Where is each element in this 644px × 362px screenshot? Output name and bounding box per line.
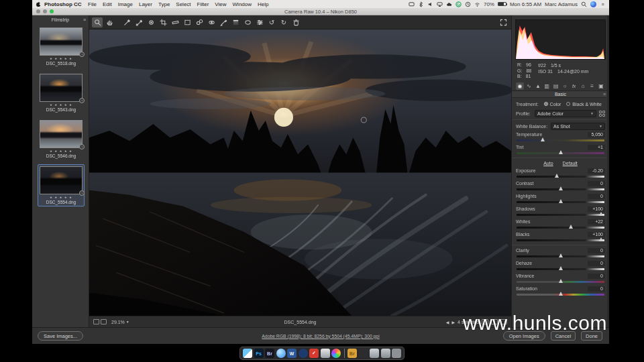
white-balance-dropdown[interactable]: As Shot ▼ — [551, 123, 605, 130]
airplay-icon[interactable] — [437, 1, 443, 7]
slider-track[interactable] — [517, 255, 604, 257]
menu-view[interactable]: View — [215, 1, 226, 7]
default-link[interactable]: Default — [563, 161, 578, 166]
apple-icon[interactable] — [36, 1, 42, 7]
siri-icon[interactable] — [590, 1, 596, 7]
color-radio-label[interactable]: Color — [550, 102, 561, 107]
menu-clock[interactable]: Mon 6:55 AM — [510, 1, 541, 7]
filmstrip-item[interactable]: ◔ ★ ★ ★ ★ ★ DSC_5543.dng — [38, 72, 85, 114]
slider-thumb[interactable] — [559, 266, 563, 270]
grammarly-icon[interactable] — [455, 1, 462, 7]
dock-icon-finder[interactable] — [243, 349, 252, 358]
delete-button[interactable] — [290, 17, 301, 27]
cloud-icon[interactable] — [446, 1, 452, 7]
slider-track[interactable] — [517, 152, 604, 154]
slider-value[interactable]: -0.20 — [588, 168, 605, 174]
toggle-panels-icon[interactable] — [101, 319, 107, 324]
slider-value[interactable]: 0 — [588, 261, 605, 266]
filmstrip-item[interactable]: ◔ ★ ★ ★ ★ ★ DSC_5518.dng — [38, 25, 85, 68]
rotate-right-button[interactable]: ↻ — [278, 17, 289, 27]
slider-thumb[interactable] — [559, 253, 563, 257]
slider-track[interactable] — [517, 188, 604, 190]
slider-value[interactable]: +100 — [588, 232, 605, 237]
tab-effects[interactable]: fx — [570, 82, 578, 90]
slider-thumb[interactable] — [559, 279, 563, 283]
hand-tool-button[interactable] — [104, 17, 115, 27]
slider-thumb[interactable] — [599, 237, 603, 241]
crop-tool-button[interactable] — [158, 17, 168, 27]
slider-track[interactable] — [517, 214, 604, 216]
slider-value[interactable]: 0 — [588, 248, 605, 253]
dock-icon-photoshop[interactable]: Ps — [254, 349, 264, 358]
dock-icon-minimized-window-2[interactable] — [381, 349, 390, 358]
radial-filter-tool-button[interactable] — [242, 17, 253, 27]
menu-filter[interactable]: Filter — [197, 1, 209, 7]
zoom-level-select[interactable]: 29.1% ▼ — [111, 320, 129, 324]
dock-icon-app-dark[interactable] — [359, 349, 368, 358]
histogram[interactable] — [515, 19, 606, 60]
menu-window[interactable]: Window — [233, 1, 252, 7]
display-icon[interactable] — [409, 1, 415, 7]
star-rating[interactable]: ★ ★ ★ ★ ★ — [40, 57, 83, 60]
menu-select[interactable]: Select — [176, 1, 191, 7]
black-white-radio[interactable] — [566, 102, 570, 106]
slider-value[interactable]: +100 — [588, 206, 605, 212]
dock-icon-app-red[interactable]: ✓ — [309, 349, 319, 358]
menu-edit[interactable]: Edit — [103, 1, 112, 7]
previous-image-icon[interactable]: ◀ — [446, 320, 449, 324]
slider-thumb[interactable] — [569, 225, 573, 229]
thumbnail-image[interactable]: ◔ — [40, 120, 83, 148]
timemachine-icon[interactable] — [465, 1, 471, 7]
star-rating[interactable]: ★ ★ ★ ★ ★ — [40, 103, 83, 107]
rotate-left-button[interactable]: ↺ — [266, 17, 277, 27]
dock-icon-app-blue[interactable] — [299, 349, 308, 358]
slider-track[interactable] — [517, 281, 604, 283]
graduated-filter-tool-button[interactable] — [230, 17, 241, 27]
bluetooth-icon[interactable] — [418, 1, 424, 7]
tab-split-toning[interactable]: ▤ — [552, 82, 560, 90]
menu-layer[interactable]: Layer — [139, 1, 152, 7]
color-radio[interactable] — [544, 102, 548, 106]
dock-icon-preview[interactable] — [321, 349, 330, 358]
next-image-icon[interactable]: ▶ — [451, 320, 455, 324]
slider-track[interactable] — [517, 239, 604, 241]
slider-value[interactable]: 0 — [588, 194, 605, 199]
dock-icon-word[interactable]: W — [287, 349, 297, 358]
star-rating[interactable]: ★ ★ ★ ★ ★ — [40, 196, 83, 199]
dock-icon-photos[interactable] — [331, 349, 341, 358]
slider-value[interactable]: +1 — [588, 145, 605, 150]
tab-basic[interactable]: ◉ — [516, 82, 524, 90]
red-eye-tool-button[interactable] — [206, 17, 217, 27]
dock-icon-bridge[interactable]: Br — [265, 349, 274, 358]
tab-hsl[interactable]: ▥ — [543, 82, 551, 90]
dock-icon-safari[interactable] — [276, 349, 286, 358]
thumbnail-image[interactable]: ◔ — [40, 74, 83, 102]
filmstrip-item[interactable]: ◔ ★ ★ ★ ★ ★ DSC_5546.dng — [38, 118, 85, 160]
slider-track[interactable] — [517, 268, 604, 270]
menu-type[interactable]: Type — [158, 1, 170, 7]
preferences-tool-button[interactable] — [254, 17, 265, 27]
menu-file[interactable]: File — [88, 1, 97, 7]
slider-value[interactable]: 5,050 — [588, 132, 605, 137]
thumbnail-image[interactable]: ◔ — [40, 27, 83, 56]
menu-help[interactable]: Help — [258, 1, 268, 7]
tab-lens-corrections[interactable]: ○ — [561, 82, 569, 90]
slider-value[interactable]: 0 — [588, 181, 605, 186]
slider-track[interactable] — [517, 139, 604, 141]
slider-thumb[interactable] — [559, 199, 563, 203]
zoom-tool-button[interactable] — [92, 17, 103, 27]
adjustment-brush-tool-button[interactable] — [218, 17, 229, 27]
toggle-fullscreen-button[interactable] — [498, 17, 508, 27]
filmstrip-item-selected[interactable]: ◔ ★ ★ ★ ★ ★ DSC_5554.dng — [38, 164, 85, 206]
thumbnail-image[interactable]: ◔ — [40, 166, 83, 194]
tab-tone-curve[interactable]: ∿ — [525, 82, 533, 90]
profile-browser-icon[interactable] — [599, 111, 605, 117]
slider-thumb[interactable] — [541, 137, 545, 141]
targeted-adjustment-tool-button[interactable] — [146, 17, 156, 27]
slider-thumb[interactable] — [559, 292, 563, 296]
star-rating[interactable]: ★ ★ ★ ★ ★ — [40, 149, 83, 153]
tab-camera-calibration[interactable]: ⌂ — [579, 82, 587, 90]
user-name[interactable]: Marc Adamus — [545, 1, 578, 7]
window-title-bar[interactable]: Camera Raw 10.4 – Nikon D850 — [32, 8, 609, 15]
slider-track[interactable] — [517, 227, 604, 229]
